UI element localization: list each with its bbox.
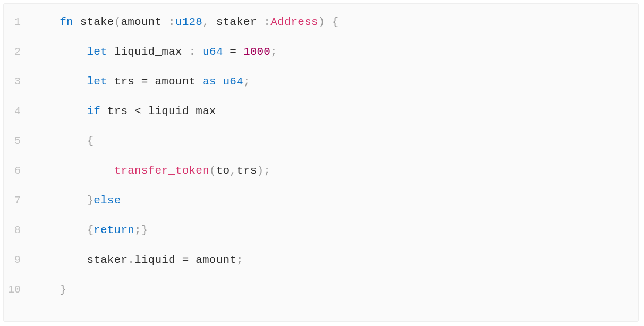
code-line: 10 } xyxy=(4,282,638,312)
line-number: 9 xyxy=(4,253,32,268)
code-line: 5 { xyxy=(4,133,638,163)
code-content: fn stake(amount :u128, staker :Address) … xyxy=(32,14,638,30)
code-content: } xyxy=(32,282,638,297)
code-line: 2 let liquid_max : u64 = 1000; xyxy=(4,44,638,74)
line-number: 2 xyxy=(4,45,32,59)
line-number: 3 xyxy=(4,74,32,89)
code-content: let liquid_max : u64 = 1000; xyxy=(32,44,638,59)
line-number: 5 xyxy=(4,134,32,149)
line-number: 8 xyxy=(4,223,32,238)
code-content: {return;} xyxy=(32,222,638,238)
code-line: 9 staker.liquid = amount; xyxy=(4,252,638,282)
code-line: 6 transfer_token(to,trs); xyxy=(4,163,638,193)
code-content: }else xyxy=(32,193,638,208)
code-content: transfer_token(to,trs); xyxy=(32,163,638,178)
code-line: 3 let trs = amount as u64; xyxy=(4,74,638,104)
code-line: 8 {return;} xyxy=(4,222,638,252)
code-line: 7 }else xyxy=(4,193,638,222)
code-content: staker.liquid = amount; xyxy=(32,252,638,268)
code-line: 4 if trs < liquid_max xyxy=(4,104,638,133)
code-content: { xyxy=(32,133,638,149)
line-number: 4 xyxy=(4,104,32,119)
code-content: let trs = amount as u64; xyxy=(32,74,638,89)
line-number: 1 xyxy=(4,15,32,30)
code-block: 1 fn stake(amount :u128, staker :Address… xyxy=(3,3,639,322)
code-content: if trs < liquid_max xyxy=(32,104,638,119)
line-number: 6 xyxy=(4,164,32,178)
line-number: 7 xyxy=(4,193,32,208)
code-line: 1 fn stake(amount :u128, staker :Address… xyxy=(4,14,638,44)
line-number: 10 xyxy=(4,282,32,297)
